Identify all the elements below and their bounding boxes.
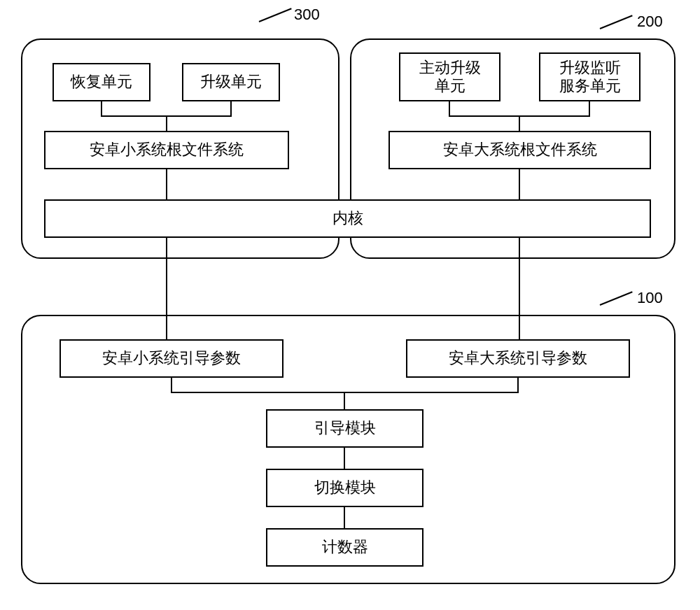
small-rootfs-label: 安卓小系统根文件系统 xyxy=(90,141,244,159)
kernel-box: 内核 xyxy=(44,199,651,238)
recovery-unit-label: 恢复单元 xyxy=(71,73,132,91)
conn-200-right-v xyxy=(589,101,590,117)
conn-200-left-v xyxy=(449,101,450,117)
active-upgrade-unit-box: 主动升级 单元 xyxy=(399,52,500,101)
boot-module-label: 引导模块 xyxy=(314,419,376,437)
counter-label: 计数器 xyxy=(322,538,368,556)
small-boot-params-box: 安卓小系统引导参数 xyxy=(59,339,284,378)
conn-200-mid-v xyxy=(519,115,520,131)
leader-200 xyxy=(600,15,633,29)
upgrade-unit-label: 升级单元 xyxy=(200,73,262,91)
upgrade-unit-box: 升级单元 xyxy=(182,63,280,101)
small-boot-params-label: 安卓小系统引导参数 xyxy=(102,349,241,367)
conn-params-mid-v xyxy=(344,392,345,409)
leader-300 xyxy=(259,8,292,22)
big-boot-params-label: 安卓大系统引导参数 xyxy=(449,349,587,367)
big-boot-params-box: 安卓大系统引导参数 xyxy=(406,339,630,378)
conn-small-rootfs-kernel xyxy=(166,169,167,199)
switch-module-box: 切换模块 xyxy=(266,469,424,507)
boot-module-box: 引导模块 xyxy=(266,409,424,448)
upgrade-listen-unit-label: 升级监听 服务单元 xyxy=(559,59,621,96)
conn-300-left-v xyxy=(101,101,102,117)
conn-params-left-v xyxy=(171,378,172,393)
upgrade-listen-unit-box: 升级监听 服务单元 xyxy=(539,52,640,101)
recovery-unit-box: 恢复单元 xyxy=(52,63,150,101)
switch-module-label: 切换模块 xyxy=(314,478,376,497)
conn-big-rootfs-kernel xyxy=(519,169,520,199)
big-rootfs-label: 安卓大系统根文件系统 xyxy=(443,141,597,159)
conn-boot-switch xyxy=(344,448,345,469)
conn-300-mid-v xyxy=(166,115,167,131)
leader-100 xyxy=(600,291,633,306)
conn-params-right-v xyxy=(517,378,519,393)
conn-switch-counter xyxy=(344,507,345,528)
conn-kernel-small-params xyxy=(166,238,167,339)
counter-box: 计数器 xyxy=(266,528,424,567)
ref-label-300: 300 xyxy=(294,6,320,24)
kernel-label: 内核 xyxy=(332,209,363,227)
active-upgrade-unit-label: 主动升级 单元 xyxy=(419,59,481,96)
small-rootfs-box: 安卓小系统根文件系统 xyxy=(44,131,289,169)
ref-label-200: 200 xyxy=(637,13,663,31)
conn-kernel-big-params xyxy=(519,238,520,339)
big-rootfs-box: 安卓大系统根文件系统 xyxy=(388,131,651,169)
ref-label-100: 100 xyxy=(637,289,663,307)
conn-300-right-v xyxy=(230,101,232,117)
